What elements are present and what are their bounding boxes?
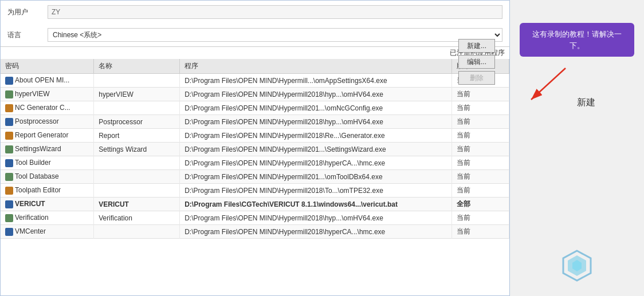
table-row[interactable]: Tool Builder D:\Program Files\OPEN MIND\… xyxy=(1,156,509,170)
cell-ver: 当前 xyxy=(452,88,509,101)
cell-code: hyperVIEW xyxy=(1,88,94,101)
cell-prog: D:\Program Files\OPEN MIND\Hypermill2018… xyxy=(180,115,452,129)
new-button[interactable]: 新建... xyxy=(458,39,495,53)
cell-ver: 当前 xyxy=(452,115,509,129)
col-code-header: 密码 xyxy=(1,59,94,74)
cell-ver: 当前 xyxy=(452,129,509,143)
new-label: 新建 xyxy=(577,97,595,109)
cell-ver: 当前 xyxy=(452,143,509,156)
row-icon xyxy=(5,145,13,153)
row-icon xyxy=(5,77,13,85)
cell-prog: D:\Program Files\OPEN MIND\Hypermill2018… xyxy=(180,184,452,198)
table-row[interactable]: Report Generator Report D:\Program Files… xyxy=(1,129,509,143)
cell-name: VERICUT xyxy=(94,198,180,211)
lang-row: 语言 Chinese <系统> xyxy=(1,23,509,46)
annotation-panel: 这有录制的教程！请解决一下。 新建 xyxy=(510,6,644,296)
cell-name: Verification xyxy=(94,211,180,225)
row-icon xyxy=(5,104,13,112)
annotation-text: 这有录制的教程！请解决一下。 xyxy=(532,30,622,50)
cell-name xyxy=(94,184,180,198)
cell-name: Settings Wizard xyxy=(94,143,180,156)
annotation-purple-box: 这有录制的教程！请解决一下。 xyxy=(520,23,634,57)
table-row[interactable]: hyperVIEW hyperVIEW D:\Program Files\OPE… xyxy=(1,88,509,101)
table-row[interactable]: Verification Verification D:\Program Fil… xyxy=(1,211,509,225)
row-icon xyxy=(5,90,13,98)
cell-ver: 当前 xyxy=(452,184,509,198)
col-prog-header: 程序 xyxy=(180,59,452,74)
registered-label: 已注册的应用程序 xyxy=(1,46,509,59)
cell-code: Report Generator xyxy=(1,129,94,143)
lang-select[interactable]: Chinese <系统> xyxy=(48,28,502,42)
cell-prog: D:\Program Files\OPEN MIND\Hypermill2018… xyxy=(180,88,452,101)
cell-prog: D:\Program Files\OPEN MIND\Hypermill201.… xyxy=(180,143,452,156)
row-icon xyxy=(5,187,13,195)
cell-ver: 当前 xyxy=(452,170,509,184)
cell-prog: D:\Program Files\CGTech\VERICUT 8.1.1\wi… xyxy=(180,198,452,211)
cell-code: Tool Builder xyxy=(1,156,94,170)
logo-icon xyxy=(560,248,594,285)
row-icon xyxy=(5,214,13,222)
cell-prog: D:\Program Files\OPEN MIND\Hypermill2018… xyxy=(180,156,452,170)
main-panel: 为用户 语言 Chinese <系统> 已注册的应用程序 密码 名称 程序 版本… xyxy=(0,0,510,296)
table-header: 密码 名称 程序 版本 xyxy=(1,59,509,74)
row-icon xyxy=(5,118,13,126)
lang-label: 语言 xyxy=(7,30,42,40)
col-name-header: 名称 xyxy=(94,59,180,74)
cell-code: About OPEN MI... xyxy=(1,74,94,88)
cell-code: Verification xyxy=(1,211,94,225)
user-label: 为用户 xyxy=(7,7,42,17)
user-row: 为用户 xyxy=(1,1,509,23)
table-row[interactable]: Postprocessor Postprocessor D:\Program F… xyxy=(1,115,509,129)
cell-prog: D:\Program Files\OPEN MIND\Hypermill201.… xyxy=(180,170,452,184)
cell-prog: D:\Program Files\OPEN MIND\Hypermill201.… xyxy=(180,101,452,115)
cell-name xyxy=(94,74,180,88)
cell-code: VERICUT xyxy=(1,198,94,211)
cell-code: Postprocessor xyxy=(1,115,94,129)
cell-code: SettingsWizard xyxy=(1,143,94,156)
table-body: About OPEN MI... D:\Program Files\OPEN M… xyxy=(1,74,509,239)
apps-table: 密码 名称 程序 版本 About OPEN MI... D:\Program … xyxy=(1,59,509,239)
row-icon xyxy=(5,200,13,208)
user-input[interactable] xyxy=(48,5,502,19)
cell-code: VMCenter xyxy=(1,225,94,239)
edit-button[interactable]: 编辑... xyxy=(458,55,495,69)
cell-name xyxy=(94,170,180,184)
right-panel: 新建... 编辑... 删除 xyxy=(458,39,495,85)
cell-prog: D:\Program Files\OPEN MIND\Hypermill...\… xyxy=(180,74,452,88)
svg-line-1 xyxy=(531,68,566,100)
apps-table-container: 密码 名称 程序 版本 About OPEN MI... D:\Program … xyxy=(1,59,509,239)
cell-prog: D:\Program Files\OPEN MIND\Hypermill2018… xyxy=(180,211,452,225)
cell-ver: 当前 xyxy=(452,225,509,239)
table-row[interactable]: Toolpath Editor D:\Program Files\OPEN MI… xyxy=(1,184,509,198)
cell-code: Toolpath Editor xyxy=(1,184,94,198)
arrow-area: 新建 xyxy=(520,62,634,109)
cell-name xyxy=(94,101,180,115)
cell-name: Report xyxy=(94,129,180,143)
cell-name: Postprocessor xyxy=(94,115,180,129)
row-icon xyxy=(5,228,13,236)
cell-ver: 全部 xyxy=(452,198,509,211)
table-row[interactable]: NC Generator C... D:\Program Files\OPEN … xyxy=(1,101,509,115)
cell-name xyxy=(94,225,180,239)
cell-prog: D:\Program Files\OPEN MIND\Hypermill2018… xyxy=(180,225,452,239)
table-row[interactable]: VMCenter D:\Program Files\OPEN MIND\Hype… xyxy=(1,225,509,239)
table-row[interactable]: About OPEN MI... D:\Program Files\OPEN M… xyxy=(1,74,509,88)
table-row[interactable]: SettingsWizard Settings Wizard D:\Progra… xyxy=(1,143,509,156)
cell-ver: 当前 xyxy=(452,156,509,170)
cell-ver: 当前 xyxy=(452,211,509,225)
logo-svg xyxy=(560,248,594,283)
cell-code: NC Generator C... xyxy=(1,101,94,115)
delete-button[interactable]: 删除 xyxy=(458,71,495,85)
cell-name xyxy=(94,156,180,170)
row-icon xyxy=(5,132,13,140)
arrow-icon xyxy=(520,62,577,108)
cell-name: hyperVIEW xyxy=(94,88,180,101)
cell-ver: 当前 xyxy=(452,101,509,115)
table-row[interactable]: Tool Database D:\Program Files\OPEN MIND… xyxy=(1,170,509,184)
row-icon xyxy=(5,159,13,167)
cell-code: Tool Database xyxy=(1,170,94,184)
cell-prog: D:\Program Files\OPEN MIND\Hypermill2018… xyxy=(180,129,452,143)
table-row[interactable]: VERICUT VERICUT D:\Program Files\CGTech\… xyxy=(1,198,509,211)
row-icon xyxy=(5,173,13,181)
